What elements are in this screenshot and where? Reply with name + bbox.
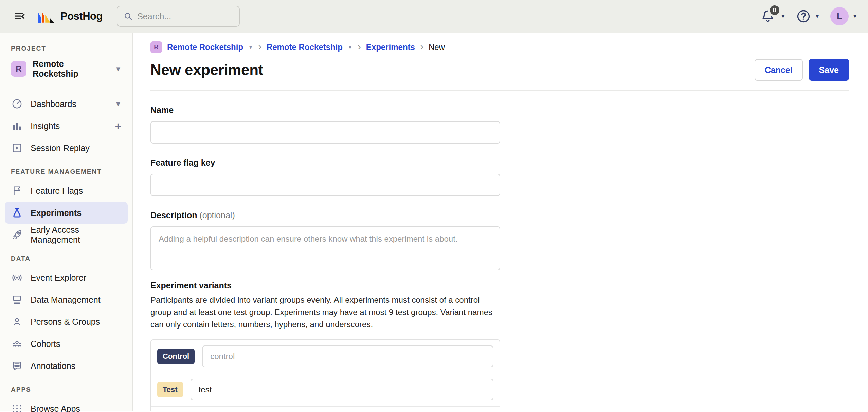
user-avatar: L bbox=[830, 7, 849, 25]
top-bar: PostHog 0 ▼ ▼ L bbox=[0, 0, 868, 33]
comment-icon bbox=[11, 360, 23, 372]
account-menu-button[interactable]: L ▼ bbox=[830, 7, 858, 25]
sidebar-item-insights[interactable]: Insights + bbox=[5, 115, 128, 137]
main-content: R Remote Rocketship ▼ › Remote Rocketshi… bbox=[133, 33, 868, 411]
sidebar-item-label: Feature Flags bbox=[31, 186, 83, 196]
feature-flag-key-input[interactable] bbox=[150, 174, 500, 196]
header-actions: Cancel Save bbox=[755, 59, 849, 81]
chevron-down-icon: ▼ bbox=[780, 13, 786, 20]
live-events-icon bbox=[11, 271, 23, 284]
breadcrumb-separator-icon: › bbox=[358, 41, 361, 53]
project-selector[interactable]: R Remote Rocketship ▼ bbox=[5, 56, 128, 85]
section-label-project: PROJECT bbox=[5, 36, 128, 56]
sidebar-item-dashboards[interactable]: Dashboards ▼ bbox=[5, 93, 128, 115]
breadcrumb-project[interactable]: Remote Rocketship bbox=[267, 42, 343, 52]
sidebar-item-browse-apps[interactable]: Browse Apps bbox=[5, 398, 128, 412]
sidebar-item-label: Event Explorer bbox=[31, 273, 86, 283]
sidebar-divider bbox=[0, 88, 132, 88]
description-textarea[interactable] bbox=[150, 226, 500, 270]
bar-chart-icon bbox=[11, 120, 23, 132]
control-variant-input[interactable] bbox=[202, 345, 493, 367]
feature-flag-key-label: Feature flag key bbox=[150, 158, 500, 168]
sidebar-item-label: Experiments bbox=[31, 208, 82, 218]
page-header: New experiment Cancel Save bbox=[150, 59, 849, 81]
sidebar-item-event-explorer[interactable]: Event Explorer bbox=[5, 267, 128, 288]
section-label-data: DATA bbox=[5, 246, 128, 266]
people-icon bbox=[11, 338, 23, 350]
flag-icon bbox=[11, 185, 23, 197]
chevron-down-icon[interactable]: ▼ bbox=[248, 44, 253, 50]
search-box[interactable] bbox=[117, 6, 240, 27]
sidebar-collapse-icon[interactable] bbox=[10, 7, 29, 26]
sidebar-item-label: Early Access Management bbox=[31, 225, 122, 245]
new-experiment-form: Name Feature flag key Description (optio… bbox=[150, 105, 500, 411]
chevron-down-icon: ▼ bbox=[814, 13, 820, 20]
breadcrumb-separator-icon: › bbox=[258, 41, 261, 53]
help-menu-button[interactable]: ▼ bbox=[796, 9, 820, 24]
sidebar-item-annotations[interactable]: Annotations bbox=[5, 355, 128, 377]
monitor-icon bbox=[11, 294, 23, 306]
person-icon bbox=[11, 316, 23, 328]
plus-icon[interactable]: + bbox=[115, 119, 122, 133]
description-label: Description (optional) bbox=[150, 210, 500, 220]
variant-row-control: Control bbox=[151, 340, 500, 373]
sidebar-item-label: Cohorts bbox=[31, 339, 60, 349]
sidebar-item-label: Browse Apps bbox=[31, 404, 80, 412]
optional-hint: (optional) bbox=[199, 210, 235, 220]
topbar-actions: 0 ▼ ▼ L ▼ bbox=[759, 7, 858, 25]
logo-text: PostHog bbox=[60, 10, 103, 22]
test-badge: Test bbox=[157, 382, 183, 397]
breadcrumb-separator-icon: › bbox=[420, 41, 423, 53]
cancel-button[interactable]: Cancel bbox=[755, 59, 803, 81]
posthog-logo[interactable]: PostHog bbox=[37, 9, 103, 24]
breadcrumb-organization[interactable]: Remote Rocketship bbox=[167, 42, 243, 52]
sidebar-item-label: Data Management bbox=[31, 295, 101, 305]
breadcrumb-current: New bbox=[429, 42, 445, 52]
page-title: New experiment bbox=[150, 61, 263, 78]
rocket-icon bbox=[11, 229, 23, 241]
session-replay-icon bbox=[11, 142, 23, 154]
search-icon bbox=[124, 11, 132, 21]
sidebar-item-session-replay[interactable]: Session Replay bbox=[5, 137, 128, 159]
breadcrumb: R Remote Rocketship ▼ › Remote Rocketshi… bbox=[150, 41, 849, 53]
sidebar-item-label: Dashboards bbox=[31, 99, 76, 109]
notifications-button[interactable]: 0 ▼ bbox=[759, 7, 786, 25]
sidebar-item-experiments[interactable]: Experiments bbox=[5, 202, 128, 224]
search-input[interactable] bbox=[137, 12, 233, 21]
name-label: Name bbox=[150, 105, 500, 115]
sidebar-item-label: Insights bbox=[31, 121, 60, 131]
breadcrumb-project-avatar: R bbox=[150, 41, 162, 53]
project-avatar: R bbox=[11, 61, 26, 77]
breadcrumb-experiments[interactable]: Experiments bbox=[366, 42, 415, 52]
posthog-logo-icon bbox=[37, 9, 56, 24]
sidebar-item-feature-flags[interactable]: Feature Flags bbox=[5, 180, 128, 202]
section-label-apps: APPS bbox=[5, 377, 128, 397]
test-variant-input[interactable] bbox=[191, 379, 493, 400]
chevron-down-icon[interactable]: ▼ bbox=[115, 100, 122, 108]
sidebar: PROJECT R Remote Rocketship ▼ Dashboards… bbox=[0, 33, 133, 411]
sidebar-item-label: Annotations bbox=[31, 361, 75, 371]
chevron-down-icon: ▼ bbox=[852, 13, 858, 20]
sidebar-item-early-access-management[interactable]: Early Access Management bbox=[5, 224, 128, 246]
add-test-variant-button[interactable]: + Add test variant bbox=[151, 407, 500, 411]
help-icon bbox=[796, 9, 811, 24]
sidebar-item-persons-groups[interactable]: Persons & Groups bbox=[5, 311, 128, 333]
apps-grid-icon bbox=[11, 402, 23, 412]
name-input[interactable] bbox=[150, 121, 500, 144]
variants-container: Control Test + Add test variant bbox=[150, 339, 500, 411]
chevron-down-icon[interactable]: ▼ bbox=[348, 44, 352, 50]
notification-count-badge: 0 bbox=[768, 4, 781, 17]
sidebar-item-cohorts[interactable]: Cohorts bbox=[5, 333, 128, 355]
sidebar-item-data-management[interactable]: Data Management bbox=[5, 289, 128, 311]
header-divider bbox=[150, 90, 849, 91]
sidebar-item-label: Session Replay bbox=[31, 143, 90, 153]
experiment-variants-help-text: Participants are divided into variant gr… bbox=[150, 294, 500, 331]
save-button[interactable]: Save bbox=[809, 59, 849, 81]
sidebar-item-label: Persons & Groups bbox=[31, 317, 100, 327]
control-badge: Control bbox=[157, 349, 195, 364]
dashboard-icon bbox=[11, 98, 23, 110]
project-name: Remote Rocketship bbox=[33, 59, 109, 79]
section-label-feature-management: FEATURE MANAGEMENT bbox=[5, 159, 128, 180]
chevron-down-icon: ▼ bbox=[115, 65, 122, 73]
flask-icon bbox=[11, 207, 23, 219]
